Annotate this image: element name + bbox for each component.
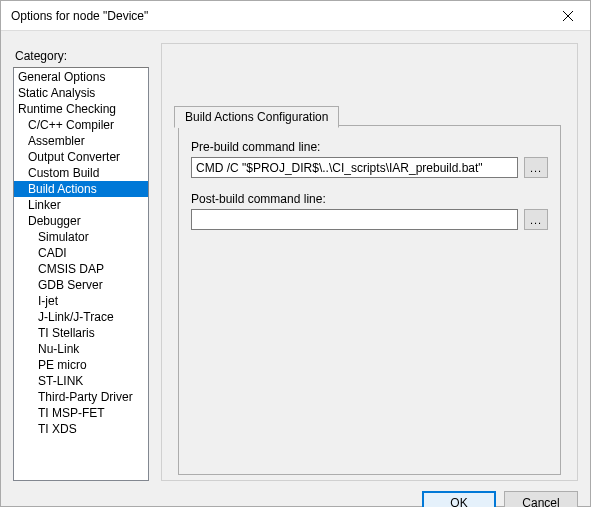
options-panel: Build Actions Configuration Pre-build co…: [161, 43, 578, 481]
tab-page: Pre-build command line: ... Post-build c…: [178, 125, 561, 475]
category-item[interactable]: Linker: [14, 197, 148, 213]
titlebar: Options for node "Device": [1, 1, 590, 31]
window-title: Options for node "Device": [11, 9, 545, 23]
category-item[interactable]: TI XDS: [14, 421, 148, 437]
category-label: Category:: [15, 49, 149, 63]
category-item[interactable]: Nu-Link: [14, 341, 148, 357]
category-item[interactable]: Static Analysis: [14, 85, 148, 101]
category-item[interactable]: Output Converter: [14, 149, 148, 165]
category-item[interactable]: ST-LINK: [14, 373, 148, 389]
category-item[interactable]: CADI: [14, 245, 148, 261]
category-item[interactable]: I-jet: [14, 293, 148, 309]
category-column: Category: General OptionsStatic Analysis…: [13, 41, 149, 481]
category-item[interactable]: TI MSP-FET: [14, 405, 148, 421]
prebuild-label: Pre-build command line:: [191, 140, 548, 154]
category-item[interactable]: Runtime Checking: [14, 101, 148, 117]
tab-build-actions[interactable]: Build Actions Configuration: [174, 106, 339, 128]
tab-strip: Build Actions Configuration: [174, 106, 339, 128]
postbuild-label: Post-build command line:: [191, 192, 548, 206]
category-item[interactable]: GDB Server: [14, 277, 148, 293]
dialog-buttons: OK Cancel: [13, 481, 578, 507]
category-item[interactable]: PE micro: [14, 357, 148, 373]
category-item[interactable]: TI Stellaris: [14, 325, 148, 341]
category-item[interactable]: Build Actions: [14, 181, 148, 197]
prebuild-row: ...: [191, 157, 548, 178]
close-icon: [563, 11, 573, 21]
category-item[interactable]: J-Link/J-Trace: [14, 309, 148, 325]
category-item[interactable]: CMSIS DAP: [14, 261, 148, 277]
close-button[interactable]: [545, 1, 590, 30]
category-list[interactable]: General OptionsStatic AnalysisRuntime Ch…: [13, 67, 149, 481]
options-dialog: Options for node "Device" Category: Gene…: [0, 0, 591, 507]
category-item[interactable]: Debugger: [14, 213, 148, 229]
category-item[interactable]: C/C++ Compiler: [14, 117, 148, 133]
category-item[interactable]: Third-Party Driver: [14, 389, 148, 405]
postbuild-row: ...: [191, 209, 548, 230]
postbuild-browse-button[interactable]: ...: [524, 209, 548, 230]
category-item[interactable]: General Options: [14, 69, 148, 85]
category-item[interactable]: Simulator: [14, 229, 148, 245]
ok-button[interactable]: OK: [422, 491, 496, 507]
category-item[interactable]: Assembler: [14, 133, 148, 149]
cancel-button[interactable]: Cancel: [504, 491, 578, 507]
main-row: Category: General OptionsStatic Analysis…: [13, 41, 578, 481]
prebuild-input[interactable]: [191, 157, 518, 178]
postbuild-input[interactable]: [191, 209, 518, 230]
category-item[interactable]: Custom Build: [14, 165, 148, 181]
dialog-body: Category: General OptionsStatic Analysis…: [1, 31, 590, 507]
prebuild-browse-button[interactable]: ...: [524, 157, 548, 178]
